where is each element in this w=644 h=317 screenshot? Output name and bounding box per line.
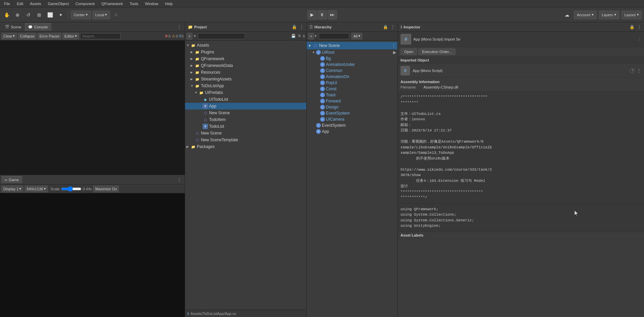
- tree-item-newscenetemplate[interactable]: ⬡ New SceneTemplate: [185, 137, 306, 143]
- transform-tool-button[interactable]: ✦: [56, 10, 66, 20]
- game-panel-more[interactable]: ⋮: [175, 177, 183, 182]
- hierarchy-scene-more[interactable]: ⋮: [391, 43, 396, 48]
- move-tool-button[interactable]: ⊕: [13, 10, 22, 20]
- tree-item-design[interactable]: ○ Design: [307, 104, 397, 110]
- hierarchy-all-button[interactable]: All ▾: [351, 33, 362, 40]
- hierarchy-toolbar: + ▾ All ▾: [307, 32, 397, 41]
- center-button[interactable]: Center ▾: [71, 10, 91, 19]
- scale-tool-button[interactable]: ⊞: [34, 10, 44, 20]
- clear-button[interactable]: Clear ▾: [1, 33, 17, 40]
- hand-tool-button[interactable]: ✋: [2, 10, 11, 20]
- inspector-icon: ℹ: [401, 25, 402, 29]
- project-lock-icon[interactable]: 🔒: [292, 25, 297, 29]
- open-button[interactable]: Open: [401, 48, 417, 55]
- menu-qframework[interactable]: QFramework: [100, 1, 124, 6]
- tree-item-eventsystem2[interactable]: ○ EventSystem: [307, 110, 397, 116]
- tree-item-popui[interactable]: ○ PopUI: [307, 80, 397, 86]
- layers-button[interactable]: Layers ▾: [599, 10, 619, 19]
- inspector-more-icon[interactable]: ⋮: [637, 25, 641, 29]
- project-sort-icon[interactable]: ⇅: [298, 34, 301, 38]
- hierarchy-search-input[interactable]: [319, 33, 349, 39]
- game-panel: ∞ Game ⋮ Display 1 ▾ 640x1136 ▾ Scale 0.…: [0, 175, 185, 317]
- menu-component[interactable]: Component: [74, 1, 96, 6]
- editor-dropdown-button[interactable]: Editor ▾: [62, 33, 79, 40]
- tab-game[interactable]: ∞ Game: [1, 176, 22, 183]
- menu-assets[interactable]: Assets: [29, 1, 43, 6]
- hierarchy-add-button[interactable]: +: [308, 33, 314, 40]
- tree-item-qframework[interactable]: ▶ 📁 QFramework: [185, 55, 306, 62]
- inspector-panel: ℹ Inspector 🔒 ⋮ # App (Mono Script) Impo…: [398, 22, 644, 317]
- tree-item-todolistapp[interactable]: ▼ 📁 ToDoListApp: [185, 82, 306, 89]
- scale-slider[interactable]: [61, 186, 81, 192]
- imported-more-icon[interactable]: ⋮: [637, 68, 641, 73]
- custom-tool-button[interactable]: ⁙: [111, 10, 121, 20]
- rotate-tool-button[interactable]: ↺: [24, 10, 33, 20]
- tree-item-uitodolist[interactable]: ◆ UITodoList: [185, 96, 306, 103]
- project-add-button[interactable]: +: [186, 33, 192, 40]
- collapse-button[interactable]: Collapse: [18, 33, 36, 40]
- display-dropdown-button[interactable]: Display 1 ▾: [1, 186, 23, 192]
- inspector-lock-icon[interactable]: 🔒: [629, 25, 635, 29]
- project-toolbar: + ▾ 💾 ⇅ 6: [185, 32, 306, 41]
- tree-item-uiroot[interactable]: ▼ ○ UIRoot ▶: [307, 49, 397, 55]
- tree-item-bg[interactable]: ○ Bg: [307, 55, 397, 62]
- menu-gameobject[interactable]: GameObject: [47, 1, 70, 6]
- cloud-button[interactable]: ☁: [562, 10, 572, 20]
- pause-button[interactable]: ⏸: [317, 10, 327, 20]
- project-more-icon[interactable]: ⋮: [300, 25, 304, 29]
- tree-item-assets[interactable]: ▼ 📁 Assets: [185, 42, 306, 49]
- tree-item-packages[interactable]: ▶ 📁 Packages: [185, 143, 306, 150]
- menu-file[interactable]: File: [3, 1, 11, 6]
- menu-tools[interactable]: Tools: [128, 1, 140, 6]
- tree-item-uiprefabs[interactable]: ▼ 📁 UIPrefabs: [185, 89, 306, 96]
- error-pause-button[interactable]: Error Pause: [37, 33, 61, 40]
- tree-item-forward[interactable]: ○ Forward: [307, 98, 397, 104]
- console-toolbar: Clear ▾ Collapse Error Pause Editor ▾ ⊗ …: [0, 32, 185, 41]
- inspector-title-label: Inspector: [404, 25, 420, 29]
- hierarchy-more-icon[interactable]: ⋮: [391, 25, 395, 29]
- tree-item-qframeworkdata[interactable]: ▶ 📁 QFrameworkData: [185, 62, 306, 69]
- local-button[interactable]: Local ▾: [92, 10, 110, 19]
- tree-item-resources[interactable]: ▶ 📁 Resources: [185, 69, 306, 76]
- tree-item-uicamera[interactable]: ○ UICamera: [307, 116, 397, 122]
- project-add-icon[interactable]: ▾: [194, 34, 196, 38]
- menu-window[interactable]: Window: [144, 1, 160, 6]
- tree-item-const[interactable]: ○ Const: [307, 86, 397, 92]
- tree-item-todolist[interactable]: # TodoList: [185, 123, 306, 130]
- tree-item-common[interactable]: ○ Common: [307, 68, 397, 74]
- error-badge: ⊗ 0: [165, 34, 171, 38]
- scene-panel-more[interactable]: ⋮: [175, 25, 183, 29]
- step-button[interactable]: ⏭: [328, 10, 337, 20]
- menu-edit[interactable]: Edit: [16, 1, 25, 6]
- project-search-input[interactable]: [198, 33, 245, 39]
- menu-help[interactable]: Help: [164, 1, 174, 6]
- tree-item-animationon[interactable]: ○ AnimationOn: [307, 74, 397, 80]
- project-save-icon[interactable]: 💾: [291, 34, 296, 38]
- assembly-title: Assembly Information: [401, 80, 641, 84]
- tree-item-animationunder[interactable]: ○ AnimationUnder: [307, 62, 397, 68]
- play-button[interactable]: ▶: [307, 10, 317, 20]
- tree-item-app[interactable]: # App: [185, 103, 306, 109]
- tab-console[interactable]: 💬 Console: [25, 23, 51, 31]
- resolution-dropdown-button[interactable]: 640x1136 ▾: [25, 186, 48, 192]
- tree-item-newscene1[interactable]: ⬡ New Scene: [185, 109, 306, 116]
- tree-item-toast[interactable]: ○ Toast: [307, 92, 397, 98]
- execution-order-button[interactable]: Execution Order...: [418, 48, 456, 55]
- hierarchy-add-arrow[interactable]: ▾: [315, 34, 317, 38]
- inspector-title-more[interactable]: ⋮: [638, 37, 641, 42]
- tab-scene[interactable]: 🎬 Scene: [1, 23, 25, 30]
- account-button[interactable]: Account ▾: [574, 10, 597, 19]
- tree-item-newscene2[interactable]: ⬡ New Scene: [185, 130, 306, 137]
- hierarchy-scene-header[interactable]: ▼ ⬡ New Scene ⋮: [307, 42, 397, 49]
- tree-item-app-hierarchy[interactable]: # App: [307, 128, 397, 135]
- tree-item-eventsystem-top[interactable]: ○ EventSystem: [307, 122, 397, 128]
- tree-item-plugins[interactable]: ▶ 📁 Plugins: [185, 49, 306, 55]
- console-search-input[interactable]: [80, 33, 121, 39]
- maximize-button[interactable]: Maximize On: [93, 186, 119, 192]
- help-icon[interactable]: ?: [630, 68, 635, 73]
- rect-tool-button[interactable]: ⬜: [45, 10, 55, 20]
- tree-item-streamingassets[interactable]: ▶ 📁 StreamingAssets: [185, 76, 306, 82]
- layout-button[interactable]: Layout ▾: [621, 10, 642, 19]
- hierarchy-lock-icon[interactable]: 🔒: [383, 25, 388, 29]
- tree-item-todoitem[interactable]: ⬡ TodoItem: [185, 116, 306, 123]
